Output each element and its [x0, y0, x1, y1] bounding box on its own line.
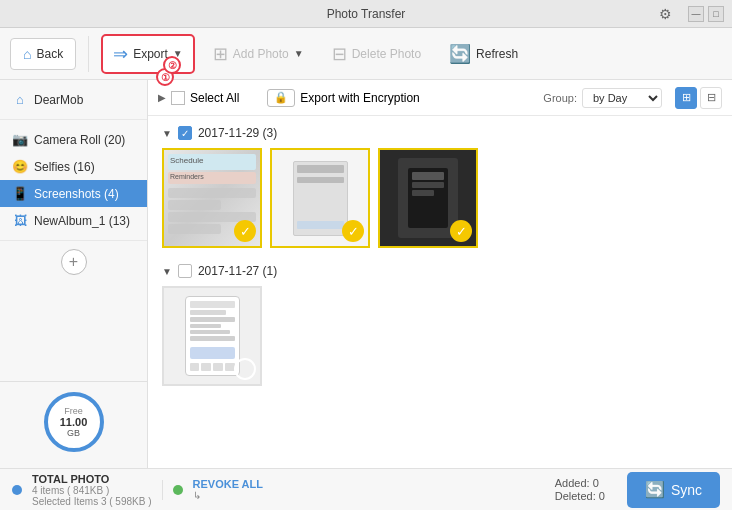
- screenshots-label: Screenshots (4): [34, 187, 135, 201]
- sidebar-device-section: ⌂ DearMob: [0, 80, 147, 120]
- expand-arrow: ▶: [158, 92, 166, 103]
- refresh-button[interactable]: 🔄 Refresh: [439, 34, 528, 74]
- add-photo-icon: ⊞: [213, 43, 228, 65]
- sidebar-albums-section: 📷 Camera Roll (20) 😊 Selfies (16) 📱 Scre…: [0, 120, 147, 241]
- selfies-icon: 😊: [12, 159, 28, 174]
- photo-grid-1127: [162, 286, 718, 386]
- camera-roll-icon: 📷: [12, 132, 28, 147]
- total-items-count: 4 items ( 841KB ): [32, 485, 152, 496]
- selfies-label: Selfies (16): [34, 160, 135, 174]
- date-expand-arrow-1127: ▼: [162, 266, 172, 277]
- sync-label: Sync: [671, 482, 702, 498]
- storage-size: 11.00: [60, 416, 88, 428]
- delete-photo-button[interactable]: ⊟ Delete Photo: [322, 34, 431, 74]
- device-icon: ⌂: [12, 92, 28, 107]
- sub-arrow: ↳: [193, 490, 201, 501]
- photo-area: ▼ ✓ 2017-11-29 (3) Schedule Reminders: [148, 116, 732, 468]
- device-label: DearMob: [34, 93, 135, 107]
- add-album-button[interactable]: +: [61, 249, 87, 275]
- photo-thumb-1[interactable]: Schedule Reminders ✓: [162, 148, 262, 248]
- photo-thumb-3[interactable]: ✓: [378, 148, 478, 248]
- lock-icon: 🔒: [267, 89, 295, 107]
- delete-photo-label: Delete Photo: [352, 47, 421, 61]
- group-select[interactable]: by Day by Month by Year: [582, 88, 662, 108]
- content-toolbar: ▶ Select All 🔒 Export with Encryption Gr…: [148, 80, 732, 116]
- date-label-1129: 2017-11-29 (3): [198, 126, 277, 140]
- photo-thumb-2[interactable]: ✓: [270, 148, 370, 248]
- grid-view-button-1[interactable]: ⊞: [675, 87, 697, 109]
- group-area: Group: by Day by Month by Year ⊞ ⊟: [543, 87, 722, 109]
- sidebar-item-screenshots[interactable]: 📱 Screenshots (4): [0, 180, 147, 207]
- photo-check-2: ✓: [342, 220, 364, 242]
- sidebar-item-newalbum[interactable]: 🖼 NewAlbum_1 (13): [0, 207, 147, 234]
- refresh-label: Refresh: [476, 47, 518, 61]
- delete-photo-icon: ⊟: [332, 43, 347, 65]
- date-expand-arrow-1129: ▼: [162, 128, 172, 139]
- sync-button[interactable]: 🔄 Sync: [627, 472, 720, 508]
- newalbum-icon: 🖼: [12, 213, 28, 228]
- sidebar-item-selfies[interactable]: 😊 Selfies (16): [0, 153, 147, 180]
- camera-roll-label: Camera Roll (20): [34, 133, 135, 147]
- encryption-area: 🔒 Export with Encryption: [267, 89, 419, 107]
- date-checkbox-1129[interactable]: ✓: [178, 126, 192, 140]
- sidebar-footer: Free 11.00 GB: [0, 381, 147, 468]
- total-photo-label: TOTAL PHOTO: [32, 473, 152, 485]
- photo-check-4: [234, 358, 256, 380]
- grid-view-button-2[interactable]: ⊟: [700, 87, 722, 109]
- window-controls: — □: [688, 6, 724, 22]
- settings-icon[interactable]: ⚙: [659, 6, 672, 22]
- export-icon: ⇒: [113, 43, 128, 65]
- sidebar-item-camera-roll[interactable]: 📷 Camera Roll (20): [0, 126, 147, 153]
- back-icon: ⌂: [23, 46, 31, 62]
- sidebar: ⌂ DearMob 📷 Camera Roll (20) 😊 Selfies (…: [0, 80, 148, 468]
- photo-check-1: ✓: [234, 220, 256, 242]
- date-label-1127: 2017-11-27 (1): [198, 264, 277, 278]
- photo-grid-1129: Schedule Reminders ✓: [162, 148, 718, 248]
- status-dot-green: [173, 485, 183, 495]
- encryption-label[interactable]: Export with Encryption: [300, 91, 419, 105]
- add-photo-label: Add Photo: [233, 47, 289, 61]
- date-checkbox-1127[interactable]: [178, 264, 192, 278]
- back-label: Back: [36, 47, 63, 61]
- storage-unit: GB: [67, 428, 80, 438]
- photo-thumb-4[interactable]: [162, 286, 262, 386]
- toolbar: ⌂ Back ⇒ Export ▼ ⊞ Add Photo ▼ ⊟ Delete…: [0, 28, 732, 80]
- status-bar: TOTAL PHOTO 4 items ( 841KB ) Selected I…: [0, 468, 732, 510]
- group-label: Group:: [543, 92, 577, 104]
- title-bar: Photo Transfer ⚙ — □: [0, 0, 732, 28]
- free-label: Free: [64, 406, 83, 416]
- sidebar-device-header: ⌂ DearMob: [0, 86, 147, 113]
- status-divider: [162, 480, 163, 500]
- date-group-1129: ▼ ✓ 2017-11-29 (3) Schedule Reminders: [162, 126, 718, 248]
- date-group-1127: ▼ 2017-11-27 (1): [162, 264, 718, 386]
- add-photo-button[interactable]: ⊞ Add Photo ▼: [203, 34, 314, 74]
- view-toggle: ⊞ ⊟: [675, 87, 722, 109]
- photo-check-3: ✓: [450, 220, 472, 242]
- selected-items-count: Selected Items 3 ( 598KB ): [32, 496, 152, 507]
- select-all-label: Select All: [190, 91, 239, 105]
- back-button[interactable]: ⌂ Back: [10, 38, 76, 70]
- minimize-button[interactable]: —: [688, 6, 704, 22]
- content-area: ▶ Select All 🔒 Export with Encryption Gr…: [148, 80, 732, 468]
- annotation-circle-2: ②: [163, 56, 181, 74]
- app-title: Photo Transfer: [327, 7, 406, 21]
- date-header-1129[interactable]: ▼ ✓ 2017-11-29 (3): [162, 126, 718, 140]
- deleted-count: Deleted: 0: [555, 490, 605, 502]
- maximize-button[interactable]: □: [708, 6, 724, 22]
- toolbar-divider-1: [88, 36, 89, 72]
- export-label: Export: [133, 47, 168, 61]
- add-photo-dropdown-arrow: ▼: [294, 48, 304, 59]
- sync-icon: 🔄: [645, 480, 665, 499]
- main-layout: ⌂ DearMob 📷 Camera Roll (20) 😊 Selfies (…: [0, 80, 732, 468]
- storage-circle: Free 11.00 GB: [44, 392, 104, 452]
- added-count: Added: 0: [555, 477, 605, 489]
- status-dot-blue: [12, 485, 22, 495]
- refresh-icon: 🔄: [449, 43, 471, 65]
- status-counts: Added: 0 Deleted: 0: [555, 477, 605, 502]
- revoke-all-button[interactable]: REVOKE ALL: [193, 478, 264, 490]
- export-button[interactable]: ⇒ Export ▼: [101, 34, 195, 74]
- select-all-checkbox[interactable]: [171, 91, 185, 105]
- select-all-area[interactable]: ▶ Select All: [158, 91, 239, 105]
- date-header-1127[interactable]: ▼ 2017-11-27 (1): [162, 264, 718, 278]
- screenshots-icon: 📱: [12, 186, 28, 201]
